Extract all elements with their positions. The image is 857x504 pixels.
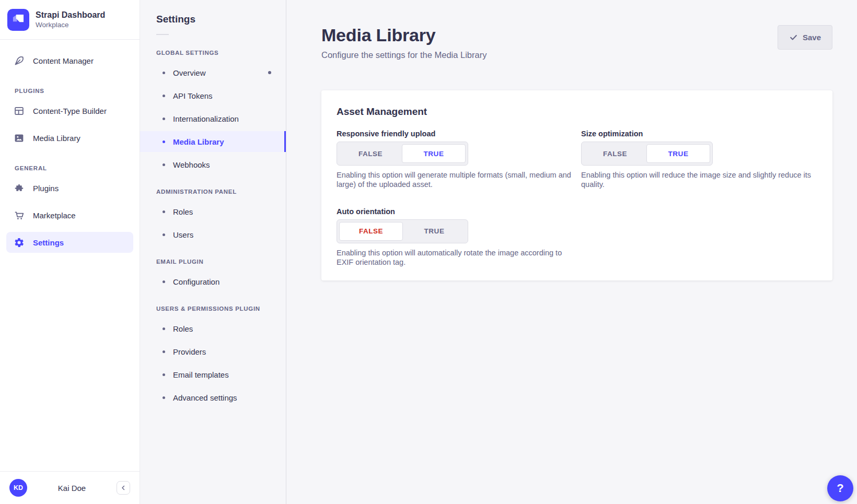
page-subtitle: Configure the settings for the Media Lib… (321, 50, 487, 60)
sidebar-item-plugins[interactable]: Plugins (6, 178, 133, 198)
subnav-item-label: Users (173, 230, 193, 239)
field-description: Enabling this option will automatically … (337, 248, 573, 267)
subnav-item-media-library[interactable]: Media Library (140, 131, 286, 152)
field-responsive-friendly-upload: Responsive friendly upload FALSE TRUE En… (337, 130, 573, 190)
bullet-dot (163, 210, 165, 213)
field-description: Enabling this option will generate multi… (337, 170, 573, 190)
notification-dot (268, 71, 271, 74)
subnav-item-label: Email templates (173, 370, 229, 379)
sidebar-item-settings[interactable]: Settings (6, 232, 133, 253)
bullet-dot (163, 327, 165, 330)
field-description: Enabling this option will reduce the ima… (581, 170, 817, 190)
field-auto-orientation: Auto orientation FALSE TRUE Enabling thi… (337, 207, 573, 267)
settings-subnav: Settings Global Settings Overview API To… (140, 0, 286, 504)
user-name: Kai Doe (32, 484, 111, 493)
strapi-logo-icon (7, 9, 29, 31)
app-title: Strapi Dashboard (36, 10, 105, 20)
layout-grid-icon (14, 106, 25, 116)
card-title: Asset Management (337, 106, 817, 118)
subnav-item-api-tokens[interactable]: API Tokens (140, 86, 286, 105)
subnav-divider (156, 34, 169, 35)
main-content: Media Library Configure the settings for… (286, 0, 857, 504)
subnav-item-overview[interactable]: Overview (140, 63, 286, 82)
subnav-item-webhooks[interactable]: Webhooks (140, 155, 286, 174)
check-icon (789, 33, 798, 42)
subnav-item-label: Roles (173, 324, 193, 333)
bullet-dot (163, 396, 165, 399)
cart-icon (14, 210, 25, 221)
responsive-friendly-upload-toggle: FALSE TRUE (337, 142, 468, 166)
subnav-item-up-advanced-settings[interactable]: Advanced settings (140, 388, 286, 407)
sidebar-item-label: Settings (33, 238, 64, 247)
gear-icon (14, 237, 25, 248)
sidebar-item-content-type-builder[interactable]: Content-Type Builder (6, 100, 133, 121)
bullet-dot (163, 373, 165, 376)
subnav-item-up-providers[interactable]: Providers (140, 342, 286, 361)
subnav-title: Settings (156, 14, 286, 25)
subnav-item-label: Advanced settings (173, 393, 237, 402)
subnav-item-label: Media Library (173, 137, 224, 146)
page-title: Media Library (321, 25, 487, 45)
sidebar-item-label: Content-Type Builder (33, 107, 107, 115)
sidebar-item-media-library[interactable]: Media Library (6, 127, 133, 148)
size-optimization-toggle: FALSE TRUE (581, 142, 713, 166)
toggle-option-true[interactable]: TRUE (403, 222, 466, 241)
brand-header[interactable]: Strapi Dashboard Workplace (0, 0, 140, 40)
sidebar-item-label: Content Manager (33, 56, 94, 65)
picture-icon (14, 133, 25, 144)
toggle-option-false[interactable]: FALSE (339, 144, 402, 163)
save-button[interactable]: Save (778, 25, 832, 50)
save-button-label: Save (803, 33, 821, 42)
toggle-option-true[interactable]: TRUE (402, 144, 466, 163)
sidebar-nav: Content Manager Plugins Content-Type Bui… (0, 40, 140, 471)
page-header: Media Library Configure the settings for… (321, 25, 832, 60)
subnav-item-up-email-templates[interactable]: Email templates (140, 365, 286, 384)
auto-orientation-toggle: FALSE TRUE (337, 219, 468, 243)
subnav-item-label: API Tokens (173, 91, 213, 100)
sidebar-item-content-manager[interactable]: Content Manager (6, 50, 133, 71)
sidebar-section-general: General (0, 165, 140, 171)
field-label: Size optimization (581, 130, 817, 138)
subnav-item-label: Roles (173, 207, 193, 216)
bullet-dot (163, 72, 165, 74)
subnav-section-administration-panel: Administration panel Roles Users (140, 189, 286, 244)
subnav-item-label: Webhooks (173, 160, 210, 169)
bullet-dot (163, 163, 165, 166)
toggle-option-false[interactable]: FALSE (584, 144, 646, 163)
bullet-dot (163, 350, 165, 353)
workspace-name: Workplace (36, 20, 105, 30)
subnav-item-admin-users[interactable]: Users (140, 225, 286, 244)
subnav-item-admin-roles[interactable]: Roles (140, 202, 286, 221)
sidebar-section-plugins: Plugins (0, 88, 140, 94)
subnav-item-internationalization[interactable]: Internationalization (140, 109, 286, 128)
subnav-item-email-configuration[interactable]: Configuration (140, 272, 286, 291)
fields-grid: Responsive friendly upload FALSE TRUE En… (337, 130, 817, 267)
sidebar-footer: KD Kai Doe (0, 471, 140, 504)
brand-text: Strapi Dashboard Workplace (36, 10, 105, 30)
help-button[interactable]: ? (827, 475, 853, 501)
collapse-sidebar-button[interactable] (117, 481, 130, 495)
field-label: Responsive friendly upload (337, 130, 573, 138)
bullet-dot (163, 118, 165, 120)
field-label: Auto orientation (337, 207, 573, 216)
subnav-item-label: Providers (173, 347, 206, 356)
field-size-optimization: Size optimization FALSE TRUE Enabling th… (581, 130, 817, 190)
subnav-section-global-settings: Global Settings Overview API Tokens Inte… (140, 50, 286, 174)
sidebar-item-label: Marketplace (33, 211, 76, 220)
subnav-item-up-roles[interactable]: Roles (140, 319, 286, 338)
bullet-dot (163, 280, 165, 283)
subnav-section-title: Email plugin (140, 259, 286, 265)
bullet-dot (163, 140, 165, 143)
bullet-dot (163, 233, 165, 236)
sidebar-item-label: Media Library (33, 134, 80, 143)
user-avatar[interactable]: KD (9, 479, 27, 497)
sidebar-item-marketplace[interactable]: Marketplace (6, 205, 133, 226)
subnav-section-users-permissions: Users & Permissions plugin Roles Provide… (140, 306, 286, 407)
subnav-section-title: Users & Permissions plugin (140, 306, 286, 312)
toggle-option-true[interactable]: TRUE (646, 144, 710, 163)
sidebar-item-label: Plugins (33, 184, 59, 193)
toggle-option-false[interactable]: FALSE (339, 222, 403, 241)
asset-management-card: Asset Management Responsive friendly upl… (321, 90, 832, 280)
subnav-item-label: Configuration (173, 277, 219, 286)
feather-pen-icon (14, 55, 25, 66)
